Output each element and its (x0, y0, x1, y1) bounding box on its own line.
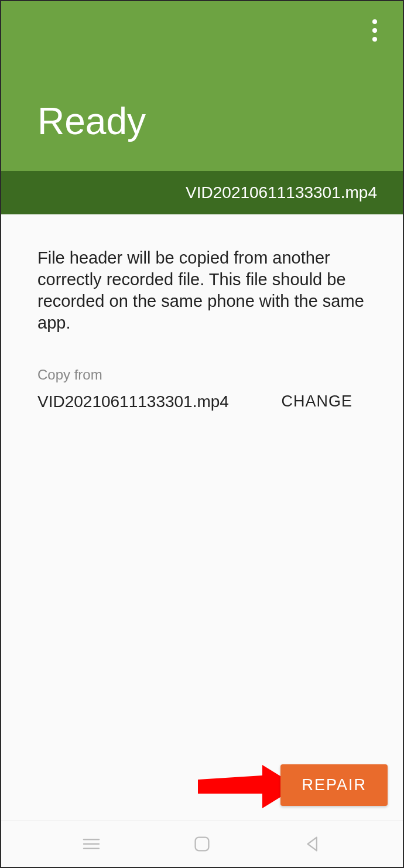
repair-button[interactable]: REPAIR (280, 764, 388, 806)
description-text: File header will be copied from another … (37, 247, 367, 334)
copy-from-filename: VID20210611133301.mp4 (37, 392, 229, 411)
navigation-bar (1, 820, 403, 867)
overflow-menu-button[interactable] (363, 19, 386, 42)
svg-rect-4 (196, 837, 209, 850)
page-title: Ready (37, 100, 403, 143)
recent-apps-icon[interactable] (79, 832, 104, 856)
home-icon[interactable] (190, 832, 214, 856)
copy-from-row: VID20210611133301.mp4 CHANGE (37, 388, 367, 415)
dot-icon (372, 37, 377, 42)
back-icon[interactable] (300, 832, 325, 856)
filename-bar: VID20210611133301.mp4 (1, 171, 403, 214)
copy-from-label: Copy from (37, 367, 367, 383)
dot-icon (372, 19, 377, 24)
app-header: Ready (1, 1, 403, 171)
change-button[interactable]: CHANGE (276, 388, 367, 415)
main-content: File header will be copied from another … (1, 214, 403, 820)
dot-icon (372, 28, 377, 33)
current-filename: VID20210611133301.mp4 (186, 183, 377, 202)
